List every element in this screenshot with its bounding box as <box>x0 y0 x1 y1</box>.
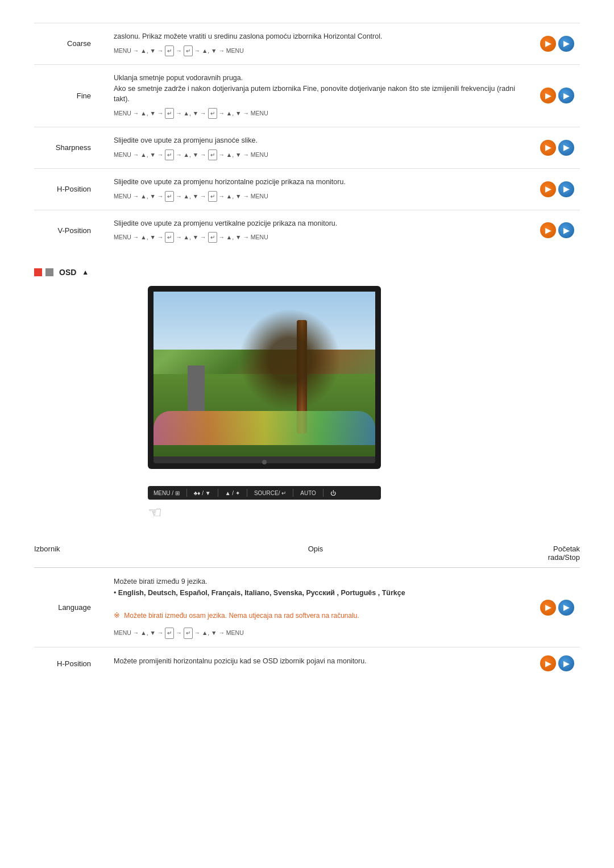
osd-table-header: Izbornik Opis Početak rada/Stop <box>34 539 580 568</box>
osd-item-desc: Možete birati između 9 jezika. • English… <box>108 568 534 647</box>
hand-icon: ☜ <box>148 504 162 521</box>
menu-item-label: H-Position <box>34 168 108 210</box>
menu-item-desc: Slijedite ove upute za promjenu jasnoće … <box>108 127 534 169</box>
nav-buttons-vposition: ▶ ▶ <box>534 210 580 251</box>
menu-item-desc: Uklanja smetnje poput vodoravnih pruga. … <box>108 64 534 127</box>
col-header-izbornik: Izbornik <box>34 545 108 553</box>
menu-path: MENU → ▲, ▼ → ↵ → ▲, ▼ → ↵ → ▲, ▼ → MENU <box>114 191 529 202</box>
table-row: Sharpness Slijedite ove upute za promjen… <box>34 127 580 169</box>
table-row: Language Možete birati između 9 jezika. … <box>34 568 580 647</box>
hand-icon-area: ☜ <box>148 503 580 522</box>
btn-next[interactable]: ▶ <box>558 140 574 156</box>
menu-item-desc: Slijedite ove upute za promjenu vertikal… <box>108 210 534 251</box>
monitor-base <box>154 456 375 463</box>
btn-prev[interactable]: ▶ <box>540 88 556 103</box>
menu-path: MENU → ▲, ▼ → ↵ → ▲, ▼ → ↵ → ▲, ▼ → MENU <box>114 149 529 160</box>
menu-path: MENU → ▲, ▼ → ↵ → ↵ → ▲, ▼ → MENU <box>114 45 529 56</box>
menu-item-label: Sharpness <box>34 127 108 169</box>
btn-prev[interactable]: ▶ <box>540 140 556 156</box>
garden-pagoda <box>188 366 205 411</box>
btn-next[interactable]: ▶ <box>558 88 574 103</box>
cb-power: ⏻ <box>330 490 336 496</box>
menu-item-desc: zaslonu. Prikaz možete vratiti u sredinu… <box>108 23 534 65</box>
table-row: Coarse zaslonu. Prikaz možete vratiti u … <box>34 23 580 65</box>
cb-divider2 <box>218 489 218 497</box>
monitor-frame <box>148 286 381 469</box>
table-row: Fine Uklanja smetnje poput vodoravnih pr… <box>34 64 580 127</box>
btn-next[interactable]: ▶ <box>558 222 574 238</box>
cb-divider4 <box>293 489 293 497</box>
btn-next[interactable]: ▶ <box>558 181 574 197</box>
nav-buttons-sharpness: ▶ ▶ <box>534 127 580 169</box>
cb-divider <box>186 489 187 497</box>
cb-updown: ▲ / ✦ <box>225 490 240 496</box>
menu-path: MENU → ▲, ▼ → ↵ → ▲, ▼ → ↵ → ▲, ▼ → MENU <box>114 232 529 243</box>
table-row: V-Position Slijedite ove upute za promje… <box>34 210 580 251</box>
menu-item-desc: Slijedite ove upute za promjenu horizont… <box>108 168 534 210</box>
menu-section: Coarse zaslonu. Prikaz možete vratiti u … <box>34 23 580 251</box>
osd-label: OSD <box>59 268 76 277</box>
monitor-display <box>148 286 381 469</box>
monitor-screen <box>154 292 375 456</box>
cb-divider3 <box>247 489 247 497</box>
btn-prev[interactable]: ▶ <box>540 36 556 52</box>
nav-buttons-fine: ▶ ▶ <box>534 64 580 127</box>
menu-item-label: Coarse <box>34 23 108 65</box>
btn-next[interactable]: ▶ <box>558 655 574 671</box>
btn-prev[interactable]: ▶ <box>540 222 556 238</box>
osd-item-desc: Možete promijeniti horizontalnu poziciju… <box>108 647 534 680</box>
osd-section-header: OSD ▲ <box>34 268 580 277</box>
btn-next[interactable]: ▶ <box>558 36 574 52</box>
nav-buttons-osd-hposition: ▶ ▶ <box>534 647 580 680</box>
cb-brightness: ♣♦ / ▼ <box>194 490 211 496</box>
monitor-control-bar: MENU / ⊞ ♣♦ / ▼ ▲ / ✦ SOURCE/ ↵ AUTO ⏻ <box>148 486 381 500</box>
btn-prev[interactable]: ▶ <box>540 655 556 671</box>
col-header-opis: Opis <box>108 545 523 553</box>
osd-icon-red <box>34 268 42 276</box>
table-row: H-Position Možete promijeniti horizontal… <box>34 647 580 680</box>
osd-arrow-icon: ▲ <box>82 268 89 276</box>
nav-buttons-hposition: ▶ ▶ <box>534 168 580 210</box>
garden-tree-branches <box>239 309 341 411</box>
btn-prev[interactable]: ▶ <box>540 600 556 616</box>
menu-path: MENU → ▲, ▼ → ↵ → ▲, ▼ → ↵ → ▲, ▼ → MENU <box>114 108 529 119</box>
osd-icon-gray <box>45 268 53 276</box>
nav-buttons-language: ▶ ▶ <box>534 568 580 647</box>
cb-menu: MENU / ⊞ <box>154 490 180 496</box>
osd-table: Language Možete birati između 9 jezika. … <box>34 568 580 679</box>
btn-prev[interactable]: ▶ <box>540 181 556 197</box>
menu-path: MENU → ▲, ▼ → ↵ → ↵ → ▲, ▼ → MENU <box>114 628 529 639</box>
menu-item-label: Fine <box>34 64 108 127</box>
table-row: H-Position Slijedite ove upute za promje… <box>34 168 580 210</box>
cb-source: SOURCE/ ↵ <box>254 490 286 496</box>
cb-auto: AUTO <box>300 490 316 496</box>
btn-next[interactable]: ▶ <box>558 600 574 616</box>
osd-item-label: H-Position <box>34 647 108 680</box>
menu-item-label: V-Position <box>34 210 108 251</box>
garden-flowers <box>154 411 375 445</box>
cb-divider5 <box>323 489 323 497</box>
col-header-pocetak: Početak rada/Stop <box>523 545 580 562</box>
osd-item-label: Language <box>34 568 108 647</box>
nav-buttons-coarse: ▶ ▶ <box>534 23 580 65</box>
